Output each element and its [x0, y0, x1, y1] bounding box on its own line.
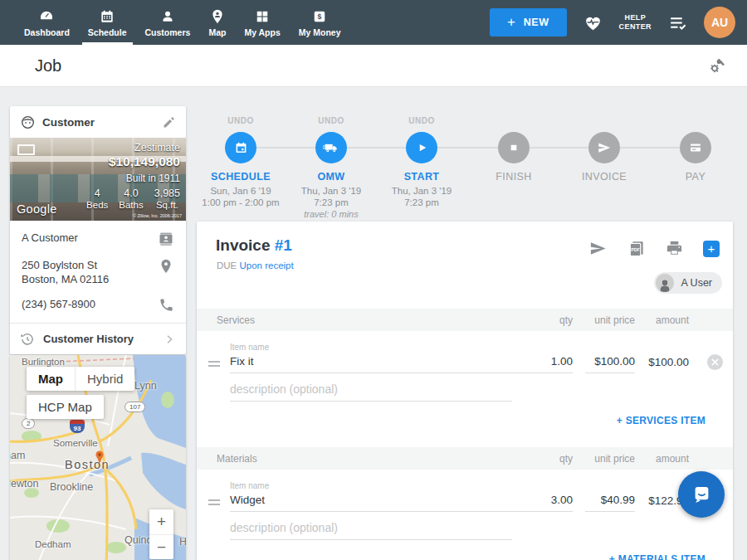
health-heart-pulse-icon[interactable]	[583, 12, 603, 33]
nav-item-dashboard[interactable]: Dashboard	[15, 0, 79, 45]
street-view-frame-icon[interactable]	[17, 144, 35, 155]
drag-handle[interactable]	[208, 361, 220, 369]
invoice-step-button[interactable]	[588, 132, 620, 163]
customer-phone: (234) 567-8900	[22, 297, 95, 311]
step-date: Thu, Jan 3 '19	[368, 185, 476, 197]
new-button[interactable]: + NEW	[490, 8, 567, 37]
qty-column-header: qty	[515, 314, 573, 326]
customers-person-icon	[159, 8, 176, 25]
customer-phone-row: (234) 567-8900	[22, 297, 174, 313]
add-materials-item-link[interactable]: + MATERIALS ITEM	[609, 553, 706, 560]
add-invoice-item-button[interactable]: +	[703, 241, 720, 257]
nav-item-my-apps[interactable]: My Apps	[235, 0, 289, 45]
map-type-controls: Map Hybrid HCP Map	[27, 367, 134, 419]
material-item-qty-input[interactable]	[515, 492, 573, 512]
omw-step-button[interactable]	[315, 132, 347, 163]
delete-service-item-button[interactable]	[707, 354, 723, 370]
zestimate-value: $10,149,080	[86, 154, 180, 169]
baths-value: 4.0	[119, 187, 143, 199]
nav-item-schedule[interactable]: Schedule	[79, 0, 136, 45]
edit-pencil-icon[interactable]	[162, 115, 176, 129]
customer-history-row[interactable]: Customer History	[10, 323, 186, 354]
schedule-step-button[interactable]	[225, 132, 256, 163]
nav-item-map[interactable]: Map	[199, 0, 235, 45]
customer-card-title: Customer	[42, 116, 155, 129]
map-type-map-button[interactable]: Map	[27, 367, 75, 391]
invoice-number[interactable]: #1	[275, 236, 292, 254]
customer-face-icon	[20, 114, 36, 130]
zestimate-label: Zestimate	[86, 142, 180, 153]
svg-text:$: $	[318, 12, 322, 21]
map-type-hybrid-button[interactable]: Hybrid	[75, 367, 134, 391]
zoom-in-button[interactable]: +	[149, 509, 173, 534]
google-logo: Google	[17, 202, 57, 216]
finish-step-button[interactable]	[498, 132, 530, 163]
property-photo[interactable]: Zestimate $10,149,080 Built in 1911 4Bed…	[10, 138, 186, 221]
stop-icon	[507, 141, 520, 154]
invoice-due: DUE Upon receipt	[217, 261, 294, 270]
sqft-value: 3,985	[154, 187, 180, 199]
history-clock-icon	[20, 332, 35, 347]
service-item-qty-input[interactable]	[515, 353, 573, 373]
nav-label: Schedule	[88, 27, 127, 37]
customer-card: Customer Zestimate $10,149,080 Built in …	[10, 106, 186, 354]
drag-handle[interactable]	[208, 499, 220, 508]
service-description-input[interactable]	[230, 382, 512, 402]
play-icon	[414, 140, 429, 155]
user-silhouette-icon	[656, 274, 674, 292]
add-services-item-link[interactable]: + SERVICES ITEM	[617, 415, 706, 426]
top-navigation: Dashboard Schedule Customers Map My Apps…	[0, 0, 747, 45]
topnav-right: + NEW HELP CENTER AU	[490, 0, 747, 45]
map-label-waltham-partial: ham	[10, 450, 25, 461]
due-value-link[interactable]: Upon receipt	[239, 261, 293, 270]
map-label-newton: Newton	[10, 478, 38, 489]
beds-value: 4	[86, 187, 108, 199]
material-description-input[interactable]	[230, 520, 512, 540]
nav-label: Customers	[145, 27, 191, 37]
hcp-map-button[interactable]: HCP Map	[27, 395, 104, 419]
service-item-name-input[interactable]	[230, 353, 544, 373]
location-pin-icon[interactable]	[158, 258, 174, 275]
map-label-burlington: Burlington	[22, 357, 65, 367]
zoom-out-button[interactable]: −	[149, 534, 173, 559]
my-money-dollar-icon: $	[311, 8, 328, 25]
property-facts: 4Beds 4.0Baths 3,985Sq.ft.	[86, 187, 180, 210]
invoice-title-text: Invoice	[216, 236, 270, 254]
nav-item-my-money[interactable]: $ My Money	[290, 0, 350, 45]
phone-icon[interactable]	[159, 297, 174, 313]
user-avatar[interactable]: AU	[704, 7, 735, 38]
page-header: Job	[0, 45, 747, 87]
start-step-button[interactable]	[406, 132, 437, 163]
materials-title: Materials	[217, 453, 257, 465]
job-location-marker[interactable]	[93, 450, 106, 465]
map-label-somerville: Somerville	[53, 438, 98, 448]
help-center-link[interactable]: HELP CENTER	[619, 13, 652, 32]
chat-smile-icon	[691, 484, 713, 506]
checklist-icon[interactable]	[667, 12, 688, 33]
beds-label: Beds	[86, 200, 108, 210]
customer-address: 250 Boylston St Boston, MA 02116	[22, 258, 109, 286]
zestimate-overlay: Zestimate $10,149,080 Built in 1911 4Bed…	[86, 142, 180, 210]
pay-step-button[interactable]	[680, 132, 711, 163]
step-travel: travel: 0 mins	[277, 208, 385, 220]
material-item-name-input[interactable]	[230, 492, 544, 512]
pdf-icon[interactable]: PDF	[627, 239, 646, 258]
send-invoice-icon[interactable]	[588, 239, 608, 258]
map-label-lynn: Lynn	[134, 380, 157, 392]
nav-label: My Money	[299, 27, 341, 37]
chat-launcher-button[interactable]	[678, 471, 725, 518]
baths-label: Baths	[119, 200, 143, 210]
calendar-icon	[233, 140, 249, 156]
assigned-user-name: A User	[681, 277, 712, 289]
print-icon[interactable]	[665, 239, 684, 258]
service-item-amount: $100.00	[622, 356, 689, 368]
nav-item-customers[interactable]: Customers	[136, 0, 200, 45]
address-line1: 250 Boylston St	[22, 259, 97, 271]
customer-name: A Customer	[22, 231, 78, 245]
qty-column-header: qty	[515, 453, 573, 465]
job-tools-icon[interactable]	[707, 56, 727, 75]
truck-icon	[323, 139, 339, 156]
assigned-user-pill[interactable]: A User	[654, 272, 722, 294]
contact-card-icon[interactable]	[158, 231, 174, 247]
job-timeline: UNDO SCHEDULE Sun, Jan 6 '19 1:00 pm - 2…	[197, 108, 733, 222]
